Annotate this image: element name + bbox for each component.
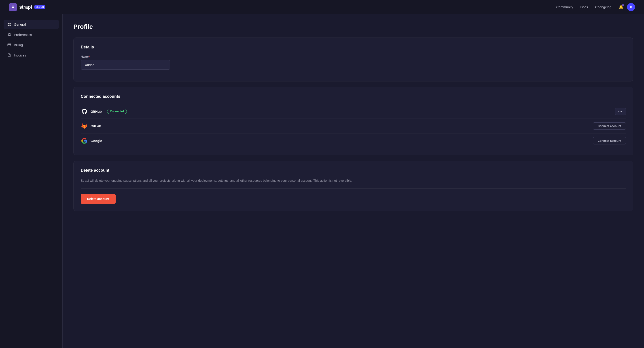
delete-account-button[interactable]: Delete account — [81, 194, 116, 204]
sidebar-item-general-label: General — [14, 22, 26, 26]
gitlab-account-row: GitLab Connect account — [81, 119, 626, 134]
docs-link[interactable]: Docs — [580, 5, 588, 9]
navbar: strapi CLOUD Community Docs Changelog 🔔 … — [0, 0, 644, 14]
google-logo — [81, 137, 88, 145]
google-account-left: Google — [81, 137, 102, 145]
name-input[interactable] — [81, 60, 170, 70]
main-content: Profile Details Name* Connected accounts — [62, 14, 644, 348]
settings-icon — [7, 33, 11, 37]
gitlab-account-left: GitLab — [81, 123, 101, 130]
changelog-link[interactable]: Changelog — [595, 5, 611, 9]
credit-card-icon — [7, 43, 11, 47]
notification-dot — [622, 4, 624, 6]
google-account-row: Google Connect account — [81, 134, 626, 148]
nav-icons: 🔔 K — [618, 3, 635, 11]
navbar-right: Community Docs Changelog 🔔 K — [556, 3, 635, 11]
delete-account-description: Strapi will delete your ongoing subscrip… — [81, 178, 626, 183]
github-name: GitHub — [90, 110, 102, 113]
gitlab-logo — [81, 123, 88, 130]
github-connected-badge: Connected — [107, 109, 127, 114]
sidebar-item-preferences-label: Preferences — [14, 33, 32, 37]
document-icon — [7, 53, 11, 57]
gitlab-icon — [81, 123, 88, 129]
navbar-logo-group: strapi CLOUD — [9, 3, 46, 11]
github-more-button[interactable]: ··· — [615, 108, 626, 115]
sidebar-item-invoices-label: Invoices — [14, 53, 26, 57]
page-layout: General Preferences Billing Invoices Pro… — [0, 14, 644, 348]
delete-account-card: Delete account Strapi will delete your o… — [73, 161, 633, 211]
gitlab-connect-button[interactable]: Connect account — [593, 122, 626, 130]
github-icon — [81, 108, 88, 115]
cloud-badge: CLOUD — [34, 5, 46, 9]
community-link[interactable]: Community — [556, 5, 573, 9]
name-form-group: Name* — [81, 55, 626, 70]
details-card-title: Details — [81, 45, 626, 50]
required-star: * — [89, 55, 90, 58]
sidebar-item-preferences[interactable]: Preferences — [4, 30, 59, 39]
delete-account-title: Delete account — [81, 168, 626, 173]
sidebar-item-billing[interactable]: Billing — [4, 40, 59, 50]
grid-icon — [7, 22, 11, 26]
user-avatar[interactable]: K — [627, 3, 635, 11]
connected-accounts-title: Connected accounts — [81, 94, 626, 99]
details-card: Details Name* — [73, 37, 633, 81]
google-icon — [81, 138, 88, 144]
sidebar-item-invoices[interactable]: Invoices — [4, 50, 59, 60]
sidebar: General Preferences Billing Invoices — [0, 14, 62, 348]
notification-bell-icon[interactable]: 🔔 — [618, 5, 624, 9]
name-label: Name* — [81, 55, 626, 58]
page-title: Profile — [73, 23, 633, 30]
sidebar-item-billing-label: Billing — [14, 43, 23, 47]
github-account-row: GitHub Connected ··· — [81, 104, 626, 119]
sidebar-item-general[interactable]: General — [4, 20, 59, 29]
github-logo — [81, 108, 88, 115]
gitlab-name: GitLab — [90, 124, 101, 128]
delete-divider — [81, 188, 626, 189]
strapi-logo-icon — [9, 3, 17, 11]
google-connect-button[interactable]: Connect account — [593, 137, 626, 145]
github-account-left: GitHub Connected — [81, 108, 127, 115]
strapi-wordmark: strapi — [19, 4, 32, 10]
connected-accounts-card: Connected accounts GitHub Connected ··· — [73, 87, 633, 155]
google-name: Google — [90, 139, 102, 143]
